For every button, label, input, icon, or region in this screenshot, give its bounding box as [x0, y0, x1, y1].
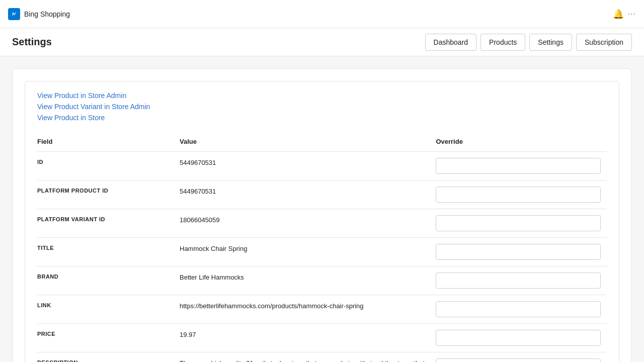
table-row: PLATFORM PRODUCT ID5449670531 — [37, 180, 607, 209]
header: Settings Dashboard Products Settings Sub… — [0, 28, 644, 56]
override-input-price[interactable] — [436, 330, 601, 346]
bell-icon[interactable]: 🔔 — [613, 9, 624, 20]
app-icon — [8, 8, 20, 20]
override-input-platform-variant-id[interactable] — [436, 215, 601, 231]
col-header-value: Value — [180, 134, 436, 152]
cell-override — [436, 352, 607, 363]
cell-value: 5449670531 — [180, 152, 436, 180]
cell-override — [436, 180, 607, 209]
top-bar-right: 🔔 ··· — [613, 9, 636, 20]
cell-override — [436, 209, 607, 238]
cell-override — [436, 324, 607, 352]
override-input-title[interactable] — [436, 244, 601, 260]
cell-value: Better Life Hammocks — [180, 266, 436, 295]
cell-field: ID — [37, 152, 180, 180]
cell-value: These are high-quality 21-coil steel spr… — [180, 352, 436, 363]
nav-products[interactable]: Products — [480, 34, 525, 51]
override-input-link[interactable] — [436, 301, 601, 317]
page-content: View Product in Store Admin View Product… — [0, 56, 644, 362]
cell-override — [436, 295, 607, 324]
col-header-override: Override — [436, 134, 607, 152]
product-data-table: Field Value Override ID5449670531PLATFOR… — [37, 134, 607, 362]
cell-field: DESCRIPTION — [37, 352, 180, 363]
override-input-id[interactable] — [436, 158, 601, 174]
page-title: Settings — [12, 36, 425, 48]
cell-field: LINK — [37, 295, 180, 324]
col-header-field: Field — [37, 134, 180, 152]
override-input-platform-product-id[interactable] — [436, 187, 601, 203]
top-bar: Bing Shopping 🔔 ··· — [0, 0, 644, 28]
cell-override — [436, 238, 607, 266]
table-row: TITLEHammock Chair Spring — [37, 238, 607, 266]
table-row: BRANDBetter Life Hammocks — [37, 266, 607, 295]
cell-field: TITLE — [37, 238, 180, 266]
table-row: LINKhttps://betterlifehammocks.com/produ… — [37, 295, 607, 324]
view-product-store-link[interactable]: View Product in Store — [37, 114, 607, 122]
cell-value: https://betterlifehammocks.com/products/… — [180, 295, 436, 324]
more-options-icon[interactable]: ··· — [628, 10, 636, 19]
cell-value: 19.97 — [180, 324, 436, 352]
app-title-area: Bing Shopping — [8, 8, 613, 20]
table-row: ID5449670531 — [37, 152, 607, 180]
table-row: PLATFORM VARIANT ID18066045059 — [37, 209, 607, 238]
inner-card: View Product in Store Admin View Product… — [25, 81, 619, 362]
nav-settings[interactable]: Settings — [529, 34, 572, 51]
table-row: PRICE19.97 — [37, 324, 607, 352]
cell-override — [436, 152, 607, 180]
cell-value: 5449670531 — [180, 180, 436, 209]
override-input-brand[interactable] — [436, 273, 601, 289]
cell-value: 18066045059 — [180, 209, 436, 238]
links-section: View Product in Store Admin View Product… — [37, 92, 607, 122]
cell-field: BRAND — [37, 266, 180, 295]
cell-value: Hammock Chair Spring — [180, 238, 436, 266]
nav-dashboard[interactable]: Dashboard — [425, 34, 477, 51]
cell-field: PLATFORM VARIANT ID — [37, 209, 180, 238]
override-input-description[interactable] — [436, 358, 601, 362]
nav-subscription[interactable]: Subscription — [576, 34, 632, 51]
main-card: View Product in Store Admin View Product… — [12, 68, 632, 362]
cell-field: PLATFORM PRODUCT ID — [37, 180, 180, 209]
cell-override — [436, 266, 607, 295]
view-variant-admin-link[interactable]: View Product Variant in Store Admin — [37, 103, 607, 111]
cell-field: PRICE — [37, 324, 180, 352]
nav-buttons: Dashboard Products Settings Subscription — [425, 34, 632, 51]
table-row: DESCRIPTIONThese are high-quality 21-coi… — [37, 352, 607, 363]
app-name: Bing Shopping — [24, 10, 70, 18]
view-product-admin-link[interactable]: View Product in Store Admin — [37, 92, 607, 100]
